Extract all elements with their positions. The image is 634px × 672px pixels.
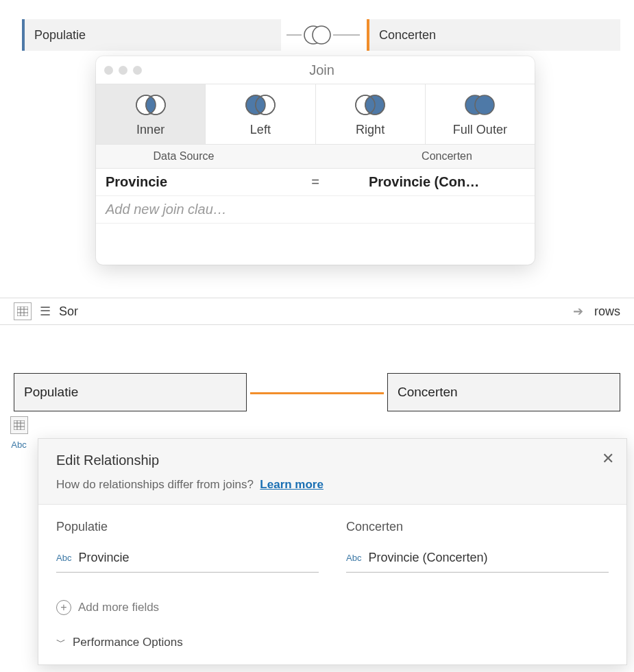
join-header-right: Concerten [359, 145, 535, 169]
datatype-string-icon: Abc [11, 440, 26, 450]
relationship-field-selector[interactable]: Abc Provincie [56, 548, 319, 573]
join-clause-right[interactable]: Provincie (Con… [359, 169, 535, 196]
table-pill-label: Populatie [34, 28, 86, 43]
close-icon[interactable] [104, 66, 113, 75]
join-clause-operator[interactable]: = [271, 169, 359, 196]
column-heading: Populatie [56, 520, 319, 534]
join-header-left: Data Source [96, 145, 271, 169]
subtitle-text: How do relationships differ from joins? [56, 478, 254, 491]
learn-more-link[interactable]: Learn more [260, 478, 324, 491]
relationship-left-column: Populatie Abc Provincie [56, 520, 319, 573]
join-type-full-outer[interactable]: Full Outer [426, 84, 535, 144]
data-grid-toolbar: ☰ Sor ➔ rows [0, 298, 634, 325]
dialog-titlebar: Join [96, 56, 535, 84]
relationship-table-concerten[interactable]: Concerten [387, 373, 620, 411]
relationship-canvas[interactable]: Populatie Concerten [14, 373, 620, 414]
arrow-right-icon[interactable]: ➔ [573, 304, 583, 319]
join-dialog: Join Inner Left [96, 56, 535, 265]
join-type-label: Inner [136, 123, 164, 137]
plus-icon: + [56, 600, 71, 615]
relationship-fields: Populatie Abc Provincie Concerten Abc Pr… [38, 505, 626, 588]
table-pill-label: Concerten [379, 28, 436, 43]
relationship-table-populatie[interactable]: Populatie [14, 373, 247, 411]
join-clause-left[interactable]: Provincie [96, 169, 271, 196]
grid-view-icon[interactable] [14, 302, 32, 320]
venn-inner-icon [131, 93, 171, 117]
join-type-label: Left [250, 123, 271, 137]
list-view-icon[interactable]: ☰ [40, 304, 51, 319]
dialog-subtitle: How do relationships differ from joins? … [56, 478, 609, 492]
datatype-string-icon: Abc [346, 553, 361, 563]
dialog-title: Join [142, 62, 502, 78]
sort-label-truncated: Sor [59, 304, 78, 319]
venn-left-icon [241, 93, 280, 117]
field-name: Provincie (Concerten) [368, 551, 487, 565]
join-type-label: Right [356, 123, 385, 137]
add-join-clause-row[interactable]: Add new join clau… [96, 196, 535, 224]
add-more-fields-button[interactable]: + Add more fields [38, 588, 626, 619]
svg-point-1 [313, 26, 330, 44]
performance-options-label: Performance Options [73, 636, 183, 649]
chevron-down-icon: ﹀ [56, 636, 66, 649]
join-clause-table: Data Source Concerten Provincie = Provin… [96, 145, 535, 224]
performance-options-toggle[interactable]: ﹀ Performance Options [38, 619, 626, 664]
zoom-icon[interactable] [133, 66, 142, 75]
relationship-line [250, 392, 384, 394]
add-more-fields-label: Add more fields [78, 601, 159, 614]
venn-full-icon [460, 93, 500, 117]
svg-rect-22 [17, 307, 28, 316]
datatype-string-icon: Abc [56, 553, 71, 563]
join-canvas[interactable]: Populatie Concerten [14, 19, 620, 51]
join-type-right[interactable]: Right [316, 84, 426, 144]
dialog-header: Edit Relationship How do relationships d… [38, 439, 626, 505]
svg-point-21 [475, 95, 494, 115]
add-join-clause-placeholder[interactable]: Add new join clau… [96, 196, 271, 224]
rows-label: rows [594, 304, 620, 319]
join-type-inner[interactable]: Inner [96, 84, 206, 144]
dialog-title: Edit Relationship [56, 453, 609, 468]
join-header-op [271, 145, 359, 169]
venn-right-icon [350, 93, 390, 117]
join-type-left[interactable]: Left [206, 84, 315, 144]
relationship-right-column: Concerten Abc Provincie (Concerten) [346, 520, 609, 573]
table-pill-populatie[interactable]: Populatie [22, 19, 281, 51]
join-type-label: Full Outer [453, 123, 507, 137]
relationship-table-label: Concerten [398, 385, 458, 400]
relationship-field-selector[interactable]: Abc Provincie (Concerten) [346, 548, 609, 573]
join-type-selector: Inner Left Right [96, 84, 535, 145]
join-icon[interactable] [302, 23, 333, 47]
edit-relationship-dialog: Edit Relationship How do relationships d… [38, 438, 627, 665]
field-name: Provincie [78, 551, 129, 565]
close-icon[interactable]: ✕ [602, 450, 614, 468]
minimize-icon[interactable] [119, 66, 127, 75]
column-heading: Concerten [346, 520, 609, 534]
window-controls[interactable] [104, 66, 142, 75]
svg-rect-27 [14, 420, 25, 430]
table-pill-concerten[interactable]: Concerten [367, 19, 620, 51]
relationship-table-label: Populatie [24, 385, 78, 400]
grid-view-icon[interactable] [10, 416, 28, 434]
join-clause-row[interactable]: Provincie = Provincie (Con… [96, 169, 535, 196]
left-gutter: Abc [0, 416, 38, 450]
